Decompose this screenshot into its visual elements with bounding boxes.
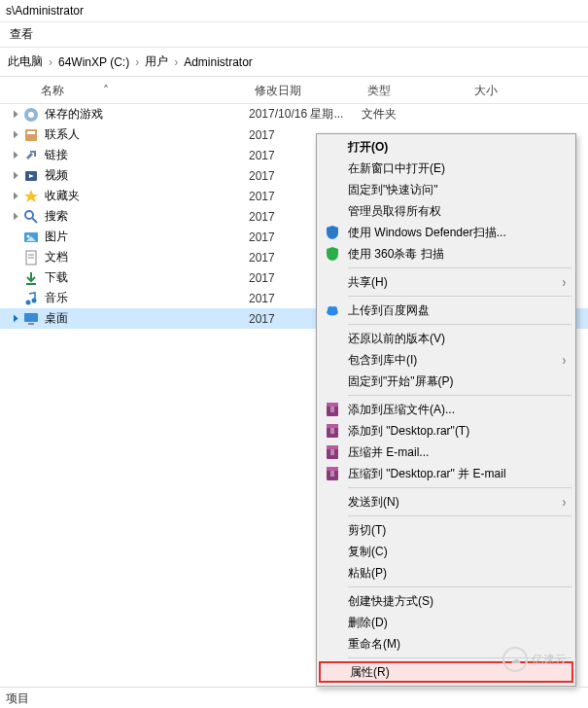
svg-point-22 <box>331 306 337 312</box>
archive-icon <box>322 465 343 482</box>
menu-cut[interactable]: 剪切(T) <box>319 519 573 541</box>
menu-send-to[interactable]: 发送到(N)› <box>319 491 573 513</box>
svg-rect-31 <box>330 449 334 455</box>
favorites-icon <box>23 189 39 204</box>
svg-point-7 <box>25 211 33 219</box>
menu-add-archive[interactable]: 添加到压缩文件(A)... <box>319 399 573 420</box>
pin-icon: ▶ <box>14 190 18 203</box>
menu-360-scan[interactable]: 使用 360杀毒 扫描 <box>319 243 573 265</box>
chevron-right-icon: › <box>563 274 566 289</box>
pictures-icon <box>23 230 39 245</box>
saved-games-icon <box>23 107 39 123</box>
menu-separator <box>348 515 571 516</box>
archive-icon <box>322 401 343 418</box>
documents-icon <box>23 250 39 266</box>
cloud-logo-icon: ☁ <box>502 647 528 672</box>
menu-add-desktop-rar[interactable]: 添加到 "Desktop.rar"(T) <box>319 420 573 442</box>
menu-copy[interactable]: 复制(C) <box>319 541 573 562</box>
shield-icon <box>322 224 343 241</box>
pin-icon: ▶ <box>14 312 18 326</box>
menu-include-library[interactable]: 包含到库中(I)› <box>319 349 573 371</box>
chevron-right-icon: › <box>563 352 566 367</box>
breadcrumb[interactable]: 此电脑› 64WinXP (C:)› 用户› Administrator <box>0 48 588 77</box>
menu-compress-email[interactable]: 压缩并 E-mail... <box>319 442 573 463</box>
menu-separator <box>348 395 571 396</box>
chevron-right-icon: › <box>49 55 52 69</box>
pin-icon: ▶ <box>14 108 18 122</box>
svg-rect-27 <box>327 424 338 428</box>
svg-rect-30 <box>327 445 338 449</box>
header-type[interactable]: 类型 <box>363 81 470 101</box>
menu-separator <box>348 586 571 587</box>
svg-rect-18 <box>24 313 38 322</box>
menu-baidu-upload[interactable]: 上传到百度网盘 <box>319 300 573 321</box>
pin-icon: ▶ <box>14 210 18 224</box>
menu-share[interactable]: 共享(H)› <box>319 271 573 293</box>
menu-take-ownership[interactable]: 管理员取得所有权 <box>319 200 573 222</box>
crumb-thispc[interactable]: 此电脑 <box>8 53 43 70</box>
svg-rect-25 <box>330 407 334 412</box>
downloads-icon <box>23 270 39 286</box>
menu-restore-version[interactable]: 还原以前的版本(V) <box>319 328 573 349</box>
list-item[interactable]: ▶保存的游戏2017/10/16 星期...文件夹 <box>0 104 588 124</box>
crumb-drive[interactable]: 64WinXP (C:) <box>58 55 129 69</box>
menu-separator <box>348 487 571 488</box>
svg-point-16 <box>26 300 31 304</box>
menu-open[interactable]: 打开(O) <box>319 136 573 158</box>
menu-delete[interactable]: 删除(D) <box>319 612 573 633</box>
desktop-icon <box>23 311 39 327</box>
chevron-right-icon: › <box>135 55 139 69</box>
menu-defender-scan[interactable]: 使用 Windows Defender扫描... <box>319 222 573 243</box>
sort-asc-icon: ˄ <box>103 84 109 97</box>
search-icon <box>23 209 39 225</box>
context-menu: 打开(O) 在新窗口中打开(E) 固定到"快速访问" 管理员取得所有权 使用 W… <box>316 133 576 687</box>
menu-open-new-window[interactable]: 在新窗口中打开(E) <box>319 158 573 179</box>
svg-rect-34 <box>330 471 334 477</box>
shield-icon <box>322 245 343 263</box>
svg-rect-28 <box>330 428 334 434</box>
menu-compress-desktop-email[interactable]: 压缩到 "Desktop.rar" 并 E-mail <box>319 463 573 484</box>
menu-paste[interactable]: 粘贴(P) <box>319 562 573 584</box>
crumb-users[interactable]: 用户 <box>145 53 168 70</box>
cloud-icon <box>322 301 343 319</box>
menu-pin-start[interactable]: 固定到"开始"屏幕(P) <box>319 371 573 392</box>
menu-view[interactable]: 查看 <box>10 27 33 41</box>
contacts-icon <box>23 127 39 143</box>
crumb-admin[interactable]: Administrator <box>184 55 253 69</box>
svg-rect-2 <box>25 129 37 141</box>
svg-point-17 <box>32 298 37 302</box>
chevron-right-icon: › <box>174 55 178 69</box>
svg-rect-3 <box>27 131 35 134</box>
menu-create-shortcut[interactable]: 创建快捷方式(S) <box>319 590 573 612</box>
music-icon <box>23 291 39 306</box>
header-size[interactable]: 大小 <box>470 81 529 101</box>
svg-rect-19 <box>28 323 34 325</box>
svg-rect-24 <box>327 403 338 407</box>
archive-icon <box>322 443 343 461</box>
svg-marker-6 <box>24 190 38 202</box>
header-name[interactable]: 名称˄ <box>37 81 251 101</box>
menu-bar: 查看 <box>0 22 588 48</box>
svg-point-10 <box>27 234 30 237</box>
menu-separator <box>348 324 571 325</box>
pin-icon: ▶ <box>14 128 18 142</box>
pin-icon: ▶ <box>14 149 18 162</box>
column-headers[interactable]: 名称˄ 修改日期 类型 大小 <box>0 77 588 104</box>
svg-rect-33 <box>327 467 338 471</box>
pin-icon: ▶ <box>14 169 18 183</box>
menu-separator <box>348 296 571 297</box>
chevron-right-icon: › <box>563 494 566 509</box>
window-titlebar: s\Administrator <box>0 0 588 22</box>
svg-line-8 <box>32 218 37 223</box>
watermark: ☁ 亿速云 <box>502 642 580 677</box>
menu-pin-quick-access[interactable]: 固定到"快速访问" <box>319 179 573 200</box>
videos-icon <box>23 168 39 184</box>
header-date[interactable]: 修改日期 <box>251 81 363 101</box>
archive-icon <box>322 422 343 440</box>
svg-point-1 <box>28 112 34 118</box>
menu-separator <box>348 267 571 268</box>
status-bar: 项目 <box>0 687 588 708</box>
links-icon <box>23 148 39 163</box>
